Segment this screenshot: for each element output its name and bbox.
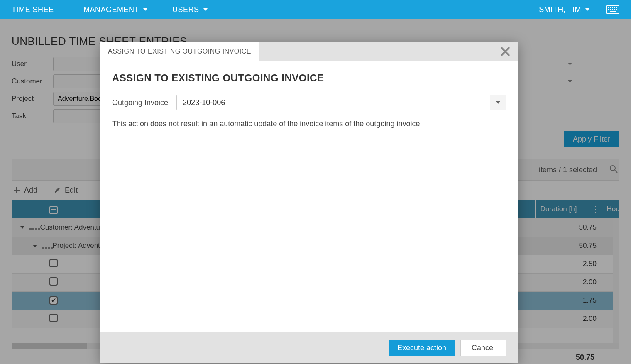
nav-users-label: USERS (172, 5, 199, 14)
modal-tabstrip: ASSIGN TO EXISTING OUTGOING INVOICE (100, 42, 518, 61)
modal-body: ASSIGN TO EXISTING OUTGOING INVOICE Outg… (100, 61, 518, 332)
keyboard-icon[interactable] (606, 5, 619, 14)
page-body: UNBILLED TIME SHEET ENTRIES User Billing… (0, 19, 631, 364)
chevron-down-icon (490, 95, 506, 110)
chevron-down-icon (585, 8, 589, 11)
top-nav: TIME SHEET MANAGEMENT USERS SMITH, TIM (0, 0, 631, 19)
modal-tab-assign[interactable]: ASSIGN TO EXISTING OUTGOING INVOICE (100, 42, 259, 61)
modal-footer: Execute action Cancel (100, 332, 518, 363)
nav-users[interactable]: USERS (172, 5, 208, 14)
nav-timesheet[interactable]: TIME SHEET (12, 5, 59, 14)
cancel-button[interactable]: Cancel (460, 340, 506, 356)
nav-management[interactable]: MANAGEMENT (83, 5, 147, 14)
assign-invoice-modal: ASSIGN TO EXISTING OUTGOING INVOICE ASSI… (100, 42, 518, 363)
modal-tab-label: ASSIGN TO EXISTING OUTGOING INVOICE (108, 48, 251, 55)
nav-username: SMITH, TIM (539, 5, 581, 14)
nav-timesheet-label: TIME SHEET (12, 5, 59, 14)
modal-heading: ASSIGN TO EXISTING OUTGOING INVOICE (112, 72, 506, 84)
nav-user-menu[interactable]: SMITH, TIM (539, 5, 589, 14)
outgoing-invoice-select[interactable]: 2023-10-006 (176, 95, 506, 110)
chevron-down-icon (143, 8, 147, 11)
modal-note: This action does not result in an automa… (112, 120, 506, 128)
chevron-down-icon (203, 8, 208, 11)
outgoing-invoice-label: Outgoing Invoice (112, 98, 168, 107)
execute-action-button[interactable]: Execute action (389, 340, 455, 356)
outgoing-invoice-value: 2023-10-006 (177, 98, 490, 107)
nav-management-label: MANAGEMENT (83, 5, 139, 14)
modal-close-button[interactable] (493, 42, 518, 61)
